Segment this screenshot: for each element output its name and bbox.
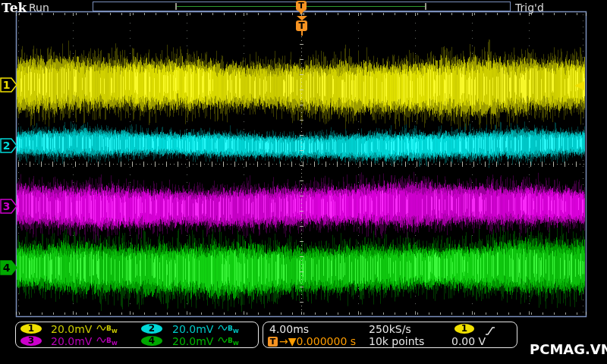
channel-2-scale[interactable]: 20.0mV bbox=[172, 323, 213, 335]
svg-text:4: 4 bbox=[3, 262, 11, 274]
channel-4-bandwidth-icon: BW bbox=[218, 336, 239, 347]
record-length: 10k points bbox=[369, 335, 424, 347]
svg-text:3: 3 bbox=[3, 200, 11, 212]
svg-text:2: 2 bbox=[3, 140, 11, 152]
svg-text:1: 1 bbox=[3, 79, 11, 91]
channel-3-bandwidth-icon: BW bbox=[96, 336, 118, 347]
channel-1-bandwidth-icon: BW bbox=[96, 324, 118, 334]
channel-4-scale[interactable]: 20.0mV bbox=[172, 335, 213, 347]
trigger-flag-stem bbox=[301, 31, 303, 36]
trigger-position-flag[interactable]: T bbox=[295, 16, 308, 36]
trigger-position-badge-arrow bbox=[298, 11, 304, 14]
trigger-position-badge[interactable]: T bbox=[296, 1, 307, 11]
trigger-position-readout[interactable]: →▼0.000000 s bbox=[279, 335, 356, 347]
trigger-level[interactable]: 0.00 V bbox=[451, 335, 486, 347]
channel-2-bandwidth-icon: BW bbox=[218, 324, 239, 334]
window-bracket-left bbox=[175, 3, 177, 10]
channel-1-scale[interactable]: 20.0mV bbox=[51, 323, 92, 335]
trigger-flag-label: T bbox=[296, 20, 307, 31]
horizontal-trigger-readouts-box: 4.00ms 250kS/s 1 T →▼0.000000 s 10k poin… bbox=[263, 322, 517, 348]
channel-2-badge[interactable]: 2 bbox=[141, 324, 162, 334]
channel-4-badge[interactable]: 4 bbox=[141, 336, 162, 346]
channel-3-position-marker[interactable]: 3 bbox=[0, 199, 17, 217]
trigger-time-icon: T bbox=[268, 337, 278, 347]
channel-2-position-marker[interactable]: 2 bbox=[0, 138, 17, 156]
window-bracket-right bbox=[425, 3, 426, 10]
channel-3-scale[interactable]: 20.0mV bbox=[51, 335, 92, 347]
channel-4-position-marker[interactable]: 4 bbox=[0, 260, 17, 278]
watermark: PCMAG.VN bbox=[530, 341, 607, 357]
horizontal-scale[interactable]: 4.00ms bbox=[269, 323, 309, 335]
tek-logo: Tek bbox=[2, 0, 27, 15]
trigger-source-badge[interactable]: 1 bbox=[454, 324, 474, 334]
trigger-level-arrow[interactable] bbox=[574, 81, 584, 90]
trigger-slope-icon bbox=[485, 325, 495, 339]
channel-1-badge[interactable]: 1 bbox=[20, 324, 42, 334]
channel-3-badge[interactable]: 3 bbox=[20, 336, 42, 346]
trigger-status: Trig'd bbox=[515, 2, 544, 14]
sample-rate: 250kS/s bbox=[369, 323, 411, 335]
channel-1-position-marker[interactable]: 1 bbox=[0, 77, 17, 96]
acquisition-status: Run bbox=[29, 2, 49, 14]
channel-readouts-box: 1 20.0mV BW 2 20.0mV BW 3 20.0mV BW 4 20… bbox=[15, 322, 259, 348]
